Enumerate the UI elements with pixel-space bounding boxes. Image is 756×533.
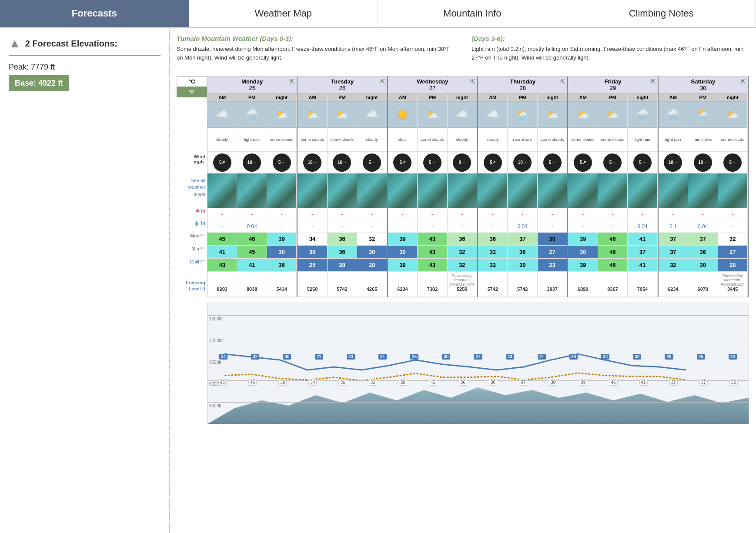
peak-value-badge: 25 <box>410 354 418 360</box>
period-header: night <box>267 93 296 102</box>
powered-by: Powered by Mountain-Forecast.com <box>448 272 477 281</box>
chill-temp-cell: 28 <box>718 259 747 272</box>
wind-badge: 10→ <box>664 153 682 172</box>
min-temp-cell: 36 <box>328 246 357 259</box>
condition-label: light rain <box>237 128 266 152</box>
powered-by <box>478 272 507 281</box>
snow-cell: - <box>388 208 417 220</box>
wind-cell: 5→ <box>357 152 386 173</box>
main-content: ▲ 2 Forecast Elevations: Peak: 7779 ft B… <box>0 28 756 533</box>
expand-icon[interactable]: ⇱ <box>470 78 475 85</box>
day-group-tuesday: Tuesday 26 ⇱AM⛅some clouds10→--343025525… <box>298 77 388 297</box>
period-header: AM <box>298 93 327 102</box>
wind-cell: 5↗ <box>207 152 237 173</box>
weather-icon: 🌧️ <box>237 102 266 128</box>
celsius-button[interactable]: °C <box>177 76 207 87</box>
tab-mountain-info[interactable]: Mountain Info <box>378 0 567 27</box>
wind-badge: 5→ <box>423 153 442 172</box>
see-all-maps-label: See allweathermaps <box>177 170 207 205</box>
chill-temp-cell: 39 <box>568 259 597 272</box>
period-header: PM <box>508 93 537 102</box>
base-value-badge: 46 <box>248 379 257 386</box>
snow-cell: - <box>538 208 567 220</box>
freezing-chart: 15000ft 12000ft 9000ft 6000ft 3000ft <box>207 303 749 424</box>
condition-label: rain shwrs <box>508 128 537 152</box>
day-number: 26 <box>339 85 345 91</box>
weather-icon: ☁️ <box>357 102 386 128</box>
rain-cell: - <box>568 220 597 233</box>
weather-icon: 🌦️ <box>688 102 717 128</box>
base-value-badge: 39 <box>278 379 287 386</box>
wind-cell: 5↗ <box>388 152 417 173</box>
peak-elevation: Peak: 7779 ft <box>9 63 161 72</box>
icon-row-spacer <box>177 98 207 124</box>
sub-col-AM: AM⛅some clouds5↗--3930396890 <box>568 93 598 297</box>
freezing-link[interactable]: FreezingLevel ft <box>186 280 205 292</box>
freeze-level-cell: 6234 <box>388 281 417 297</box>
freeze-level-cell: 3937 <box>538 281 567 297</box>
tab-forecasts[interactable]: Forecasts <box>0 0 189 27</box>
rain-cell: - <box>538 220 567 233</box>
powered-by <box>388 272 417 281</box>
map-cell <box>568 173 597 208</box>
day-header-saturday: Saturday 30 ⇱ <box>659 77 748 93</box>
day-number: 30 <box>700 85 706 91</box>
base-value-badge: 37 <box>669 379 678 386</box>
chill-temp-cell: 32 <box>478 259 507 272</box>
sub-col-AM: AM☁️cloudy5↗--3632325742 <box>478 93 508 297</box>
expand-icon[interactable]: ⇱ <box>651 78 656 85</box>
desc-days-03-text: Some drizzle, heaviest during Mon aftern… <box>177 45 454 62</box>
base-value-badge: 45 <box>218 379 227 386</box>
wind-cell: 5→ <box>538 152 567 173</box>
powered-by <box>237 272 266 281</box>
condition-label: clear <box>388 128 417 152</box>
desc-days-36-title: (Days 3-6): <box>472 35 749 42</box>
expand-icon[interactable]: ⇱ <box>380 78 385 85</box>
snow-cell: - <box>267 208 296 220</box>
condition-label: some clouds <box>538 128 567 152</box>
see-all-maps-link[interactable]: See allweathermaps <box>188 177 205 197</box>
max-temp-cell: 37 <box>508 233 537 246</box>
base-value-badge: 39 <box>399 379 407 386</box>
expand-icon[interactable]: ⇱ <box>741 78 746 85</box>
map-cell <box>538 173 567 208</box>
chill-temp-cell: 46 <box>598 259 627 272</box>
tab-weather-map[interactable]: Weather Map <box>189 0 378 27</box>
chill-link[interactable]: Chill <box>190 259 199 264</box>
rain-cell: - <box>328 220 357 233</box>
sub-col-night: night⛅some clouds5→--322728Powered by Mo… <box>718 93 748 297</box>
rain-cell: 0.1 <box>659 220 688 233</box>
expand-icon[interactable]: ⇱ <box>560 78 565 85</box>
wind-badge: 10→ <box>694 153 712 172</box>
expand-icon[interactable]: ⇱ <box>290 78 295 85</box>
base-value-badge: 36 <box>338 379 347 386</box>
day-name: Monday <box>241 78 263 85</box>
min-temp-cell: 37 <box>628 246 657 259</box>
day-group-friday: Friday 29 ⇱AM⛅some clouds5↗--3930396890P… <box>568 77 658 297</box>
sub-col-PM: PM🌦️rain shwrs10→-0.043736305742 <box>508 93 537 297</box>
day-name: Friday <box>604 78 621 85</box>
chill-temp-cell: 30 <box>688 259 717 272</box>
day-header-monday: Monday 25 ⇱ <box>207 77 297 93</box>
snow-cell: - <box>328 208 357 220</box>
weather-icon: ⛅ <box>418 102 447 128</box>
rain-cell: - <box>298 220 327 233</box>
condition-label: cloudy <box>448 128 477 152</box>
max-label: Max °F <box>177 229 207 242</box>
day-number: 29 <box>610 85 616 91</box>
navigation-tabs: Forecasts Weather Map Mountain Info Clim… <box>0 0 756 28</box>
map-cell <box>388 173 417 208</box>
powered-by <box>357 272 386 281</box>
weather-icon: ☁️ <box>478 102 507 128</box>
chart-line-15000: 15000ft <box>207 315 749 322</box>
sub-col-AM: AM⛅some clouds10→--3430255250 <box>298 93 327 297</box>
min-label: Min °F <box>177 242 207 255</box>
max-temp-cell: 36 <box>328 233 357 246</box>
snow-cell: - <box>659 208 688 220</box>
min-temp-cell: 30 <box>298 246 327 259</box>
tab-climbing-notes[interactable]: Climbing Notes <box>567 0 756 27</box>
wind-badge: 10→ <box>243 153 261 172</box>
fahrenheit-button[interactable]: °F <box>177 87 207 97</box>
description-row: Tumalo Mountain Weather (Days 0-3): Some… <box>177 35 749 68</box>
powered-by <box>267 272 296 281</box>
